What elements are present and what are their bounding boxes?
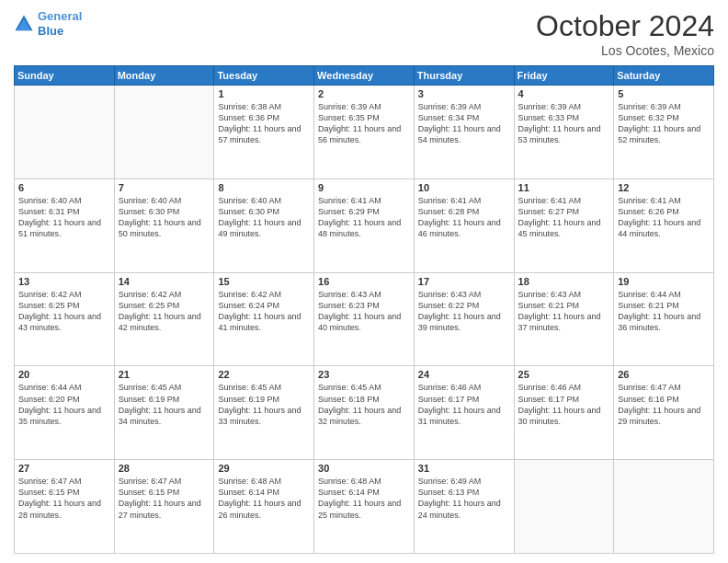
calendar-cell: 18Sunrise: 6:43 AM Sunset: 6:21 PM Dayli… — [514, 272, 614, 366]
logo-text: General Blue — [38, 9, 82, 38]
day-info: Sunrise: 6:46 AM Sunset: 6:17 PM Dayligh… — [418, 382, 510, 427]
calendar-cell: 7Sunrise: 6:40 AM Sunset: 6:30 PM Daylig… — [114, 178, 214, 272]
calendar-cell: 9Sunrise: 6:41 AM Sunset: 6:29 PM Daylig… — [314, 178, 415, 272]
day-info: Sunrise: 6:45 AM Sunset: 6:18 PM Dayligh… — [318, 382, 410, 427]
day-info: Sunrise: 6:44 AM Sunset: 6:20 PM Dayligh… — [18, 382, 110, 427]
col-thursday: Thursday — [414, 66, 514, 86]
day-number: 19 — [618, 276, 710, 287]
calendar-cell: 19Sunrise: 6:44 AM Sunset: 6:21 PM Dayli… — [614, 272, 714, 366]
day-number: 17 — [418, 276, 510, 287]
week-row-1: 6Sunrise: 6:40 AM Sunset: 6:31 PM Daylig… — [15, 178, 714, 272]
day-info: Sunrise: 6:45 AM Sunset: 6:19 PM Dayligh… — [218, 382, 310, 427]
calendar-cell: 13Sunrise: 6:42 AM Sunset: 6:25 PM Dayli… — [15, 272, 115, 366]
day-info: Sunrise: 6:43 AM Sunset: 6:21 PM Dayligh… — [518, 289, 610, 334]
calendar-cell — [614, 460, 714, 554]
day-info: Sunrise: 6:39 AM Sunset: 6:33 PM Dayligh… — [518, 101, 610, 146]
calendar-cell: 2Sunrise: 6:39 AM Sunset: 6:35 PM Daylig… — [314, 86, 415, 179]
day-info: Sunrise: 6:46 AM Sunset: 6:17 PM Dayligh… — [518, 382, 610, 427]
day-info: Sunrise: 6:43 AM Sunset: 6:22 PM Dayligh… — [418, 289, 510, 334]
day-info: Sunrise: 6:44 AM Sunset: 6:21 PM Dayligh… — [618, 289, 710, 334]
col-wednesday: Wednesday — [314, 66, 415, 86]
calendar-cell: 28Sunrise: 6:47 AM Sunset: 6:15 PM Dayli… — [114, 460, 214, 554]
day-number: 16 — [318, 276, 410, 287]
day-number: 3 — [418, 88, 510, 99]
title-section: October 2024 Los Ocotes, Mexico — [536, 9, 714, 58]
day-number: 10 — [418, 182, 510, 193]
calendar-cell: 17Sunrise: 6:43 AM Sunset: 6:22 PM Dayli… — [414, 272, 514, 366]
month-title: October 2024 — [536, 9, 714, 43]
calendar-cell: 12Sunrise: 6:41 AM Sunset: 6:26 PM Dayli… — [614, 178, 714, 272]
page: General Blue October 2024 Los Ocotes, Me… — [0, 0, 728, 563]
day-number: 7 — [119, 182, 210, 193]
day-number: 29 — [218, 463, 310, 474]
day-number: 12 — [618, 182, 710, 193]
day-number: 24 — [418, 369, 510, 380]
col-saturday: Saturday — [614, 66, 714, 86]
day-number: 31 — [418, 463, 510, 474]
day-number: 28 — [119, 463, 210, 474]
day-info: Sunrise: 6:48 AM Sunset: 6:14 PM Dayligh… — [318, 476, 410, 521]
calendar-cell — [514, 460, 614, 554]
day-number: 5 — [618, 88, 710, 99]
day-number: 20 — [18, 369, 110, 380]
calendar-cell: 29Sunrise: 6:48 AM Sunset: 6:14 PM Dayli… — [214, 460, 314, 554]
day-info: Sunrise: 6:49 AM Sunset: 6:13 PM Dayligh… — [418, 476, 510, 521]
calendar-cell: 27Sunrise: 6:47 AM Sunset: 6:15 PM Dayli… — [15, 460, 115, 554]
day-info: Sunrise: 6:41 AM Sunset: 6:28 PM Dayligh… — [418, 195, 510, 240]
calendar-cell: 15Sunrise: 6:42 AM Sunset: 6:24 PM Dayli… — [214, 272, 314, 366]
day-number: 15 — [218, 276, 310, 287]
day-number: 30 — [318, 463, 410, 474]
day-info: Sunrise: 6:39 AM Sunset: 6:35 PM Dayligh… — [318, 101, 410, 146]
day-info: Sunrise: 6:38 AM Sunset: 6:36 PM Dayligh… — [218, 101, 310, 146]
day-number: 8 — [218, 182, 310, 193]
calendar-cell: 10Sunrise: 6:41 AM Sunset: 6:28 PM Dayli… — [414, 178, 514, 272]
calendar-cell: 31Sunrise: 6:49 AM Sunset: 6:13 PM Dayli… — [414, 460, 514, 554]
day-number: 9 — [318, 182, 410, 193]
logo: General Blue — [14, 9, 82, 38]
day-info: Sunrise: 6:47 AM Sunset: 6:15 PM Dayligh… — [18, 476, 110, 521]
day-info: Sunrise: 6:39 AM Sunset: 6:34 PM Dayligh… — [418, 101, 510, 146]
calendar-cell: 6Sunrise: 6:40 AM Sunset: 6:31 PM Daylig… — [15, 178, 115, 272]
col-tuesday: Tuesday — [214, 66, 314, 86]
day-info: Sunrise: 6:42 AM Sunset: 6:25 PM Dayligh… — [119, 289, 210, 334]
calendar-cell: 1Sunrise: 6:38 AM Sunset: 6:36 PM Daylig… — [214, 86, 314, 179]
day-number: 27 — [18, 463, 110, 474]
day-info: Sunrise: 6:42 AM Sunset: 6:24 PM Dayligh… — [218, 289, 310, 334]
calendar-cell: 11Sunrise: 6:41 AM Sunset: 6:27 PM Dayli… — [514, 178, 614, 272]
calendar-cell: 3Sunrise: 6:39 AM Sunset: 6:34 PM Daylig… — [414, 86, 514, 179]
day-info: Sunrise: 6:41 AM Sunset: 6:26 PM Dayligh… — [618, 195, 710, 240]
day-number: 2 — [318, 88, 410, 99]
col-sunday: Sunday — [15, 66, 115, 86]
calendar-cell: 25Sunrise: 6:46 AM Sunset: 6:17 PM Dayli… — [514, 366, 614, 460]
day-number: 6 — [18, 182, 110, 193]
day-number: 22 — [218, 369, 310, 380]
calendar-table: Sunday Monday Tuesday Wednesday Thursday… — [14, 65, 714, 554]
day-info: Sunrise: 6:43 AM Sunset: 6:23 PM Dayligh… — [318, 289, 410, 334]
day-info: Sunrise: 6:48 AM Sunset: 6:14 PM Dayligh… — [218, 476, 310, 521]
day-info: Sunrise: 6:47 AM Sunset: 6:15 PM Dayligh… — [119, 476, 210, 521]
calendar-cell: 20Sunrise: 6:44 AM Sunset: 6:20 PM Dayli… — [15, 366, 115, 460]
calendar-cell: 22Sunrise: 6:45 AM Sunset: 6:19 PM Dayli… — [214, 366, 314, 460]
day-number: 18 — [518, 276, 610, 287]
day-info: Sunrise: 6:47 AM Sunset: 6:16 PM Dayligh… — [618, 382, 710, 427]
calendar-cell: 8Sunrise: 6:40 AM Sunset: 6:30 PM Daylig… — [214, 178, 314, 272]
week-row-4: 27Sunrise: 6:47 AM Sunset: 6:15 PM Dayli… — [15, 460, 714, 554]
header-row: Sunday Monday Tuesday Wednesday Thursday… — [15, 66, 714, 86]
day-number: 14 — [119, 276, 210, 287]
col-friday: Friday — [514, 66, 614, 86]
day-info: Sunrise: 6:39 AM Sunset: 6:32 PM Dayligh… — [618, 101, 710, 146]
day-info: Sunrise: 6:41 AM Sunset: 6:29 PM Dayligh… — [318, 195, 410, 240]
week-row-3: 20Sunrise: 6:44 AM Sunset: 6:20 PM Dayli… — [15, 366, 714, 460]
calendar-cell: 16Sunrise: 6:43 AM Sunset: 6:23 PM Dayli… — [314, 272, 415, 366]
calendar-cell: 23Sunrise: 6:45 AM Sunset: 6:18 PM Dayli… — [314, 366, 415, 460]
header: General Blue October 2024 Los Ocotes, Me… — [14, 9, 714, 58]
day-number: 25 — [518, 369, 610, 380]
day-number: 4 — [518, 88, 610, 99]
calendar-cell: 4Sunrise: 6:39 AM Sunset: 6:33 PM Daylig… — [514, 86, 614, 179]
day-number: 21 — [119, 369, 210, 380]
calendar-cell — [15, 86, 115, 179]
day-info: Sunrise: 6:40 AM Sunset: 6:30 PM Dayligh… — [218, 195, 310, 240]
calendar-cell: 30Sunrise: 6:48 AM Sunset: 6:14 PM Dayli… — [314, 460, 415, 554]
day-info: Sunrise: 6:40 AM Sunset: 6:30 PM Dayligh… — [119, 195, 210, 240]
week-row-0: 1Sunrise: 6:38 AM Sunset: 6:36 PM Daylig… — [15, 86, 714, 179]
